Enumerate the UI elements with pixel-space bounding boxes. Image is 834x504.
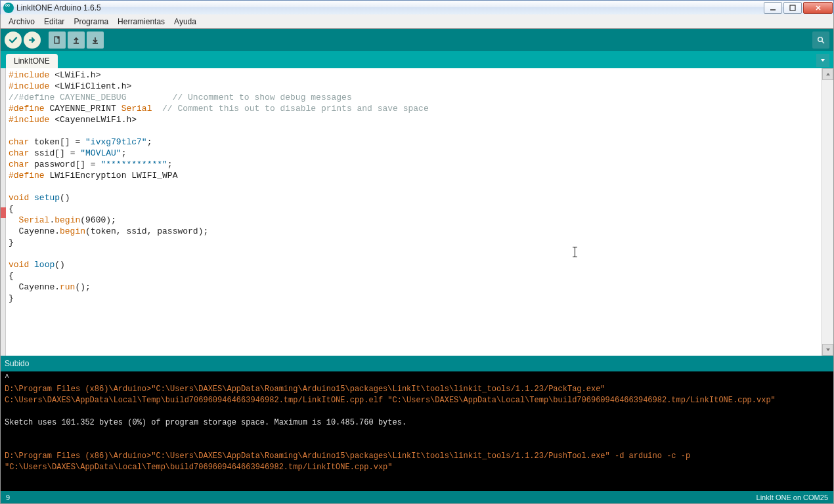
maximize-button[interactable] [783,2,802,14]
window-title: LinkItONE Arduino 1.6.5 [16,3,763,12]
console-line: D:\Program Files (x86)\Arduino>"C:\Users… [5,385,610,394]
new-button[interactable] [49,32,66,49]
svg-rect-0 [790,5,795,10]
serial-monitor-button[interactable] [812,32,829,49]
menu-bar: Archivo Editar Programa Herramientas Ayu… [0,14,834,29]
console-line: D:\Program Files (x86)\Arduino>"C:\Users… [5,452,695,461]
sketch-tab[interactable]: LinkItONE [6,54,58,68]
window-titlebar: LinkItONE Arduino 1.6.5 [0,0,834,14]
menu-edit[interactable]: Editar [40,16,68,28]
toolbar [0,29,834,51]
console-line: Sketch uses 101.352 bytes (0%) of progra… [5,418,406,427]
line-number: 9 [6,494,10,501]
open-button[interactable] [68,32,85,49]
console-line: C:\Users\DAXES\AppData\Local\Temp\build7… [5,396,776,405]
editor-scrollbar[interactable] [822,68,833,356]
menu-sketch[interactable]: Programa [70,16,112,28]
footer-status-bar: 9 LinkIt ONE on COM25 [0,491,834,504]
board-port-label: LinkIt ONE on COM25 [757,494,828,501]
tab-bar: LinkItONE [0,51,834,68]
app-icon [3,3,14,13]
console-line: ^ [5,373,9,383]
tab-menu-button[interactable] [816,54,829,67]
code-editor[interactable]: #include <LWiFi.h> #include <LWiFiClient… [6,68,822,356]
scroll-down-button[interactable] [822,344,833,356]
scroll-up-button[interactable] [822,68,833,80]
minimize-button[interactable] [764,2,782,14]
build-status-bar: Subido [0,356,834,371]
save-button[interactable] [87,32,104,49]
editor-pane: #include <LWiFi.h> #include <LWiFiClient… [0,68,834,356]
upload-button[interactable] [24,32,41,49]
verify-button[interactable] [5,32,22,49]
svg-point-2 [818,37,823,42]
build-status-label: Subido [5,359,29,368]
editor-gutter [1,68,6,356]
text-cursor-icon [575,247,575,257]
close-button[interactable] [803,2,833,14]
menu-tools[interactable]: Herramientas [114,16,169,28]
menu-help[interactable]: Ayuda [170,16,200,28]
output-console[interactable]: ^ D:\Program Files (x86)\Arduino>"C:\Use… [0,371,834,491]
menu-file[interactable]: Archivo [5,16,39,28]
gutter-mark [1,207,6,218]
console-line: "C:\Users\DAXES\AppData\Local\Temp\build… [5,463,393,472]
